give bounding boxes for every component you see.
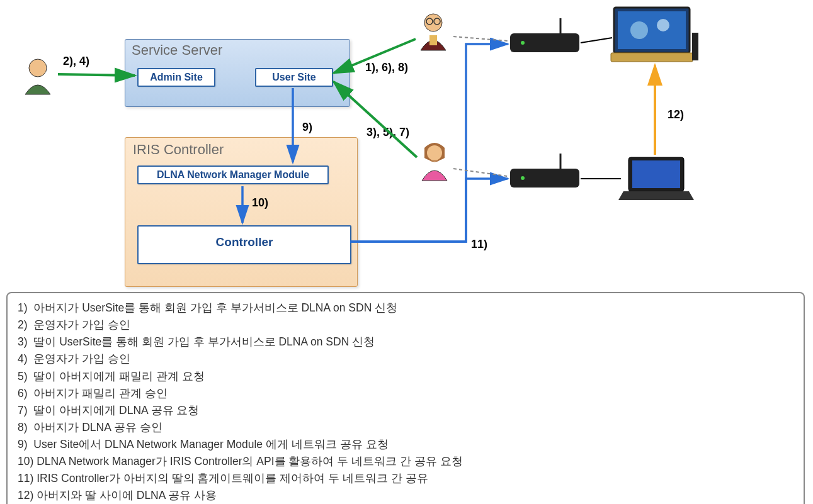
iris-controller-title: IRIS Controller [125, 138, 357, 158]
legend-line: 6) 아버지가 패밀리 관계 승인 [18, 385, 793, 402]
legend-line: 10) DLNA Network Manager가 IRIS Controlle… [18, 453, 793, 470]
diagram-canvas: Service Server Admin Site User Site IRIS… [0, 0, 813, 289]
svg-rect-10 [510, 169, 579, 188]
svg-point-2 [426, 18, 433, 25]
svg-point-16 [657, 19, 669, 31]
edge-label-11: 11) [471, 238, 487, 251]
edge-label-12: 12) [668, 108, 684, 121]
legend-line: 9) User Site에서 DLNA Network Manager Modu… [18, 436, 793, 453]
svg-point-6 [427, 145, 442, 160]
legend-line: 2) 운영자가 가입 승인 [18, 316, 793, 333]
person-icon [25, 59, 50, 94]
iris-controller-box: IRIS Controller [125, 137, 358, 287]
legend-line: 8) 아버지가 DLNA 공유 승인 [18, 419, 793, 436]
svg-rect-20 [632, 160, 680, 188]
svg-point-5 [426, 144, 443, 162]
svg-point-3 [434, 18, 440, 25]
svg-rect-17 [611, 53, 693, 62]
svg-rect-13 [614, 8, 690, 53]
admin-site-box: Admin Site [137, 68, 215, 87]
edge-label-357: 3), 5), 7) [367, 126, 409, 139]
svg-point-9 [521, 41, 525, 45]
laptop-icon [618, 157, 694, 200]
legend-line: 4) 운영자가 가입 승인 [18, 350, 793, 367]
svg-rect-18 [692, 33, 698, 60]
svg-point-0 [29, 59, 47, 77]
svg-line-26 [453, 36, 508, 41]
svg-point-1 [424, 14, 442, 31]
person-icon [422, 143, 447, 181]
edge-label-9: 9) [302, 121, 312, 134]
router-icon [510, 154, 579, 188]
legend-box: 1) 아버지가 UserSite를 통해 회원 가입 후 부가서비스로 DLNA… [6, 292, 805, 504]
service-server-title: Service Server [125, 40, 350, 59]
legend-line: 7) 딸이 아버지에게 DLNA 공유 요청 [18, 402, 793, 419]
controller-box: Controller [137, 225, 351, 264]
router-icon [510, 18, 579, 52]
svg-point-15 [630, 21, 648, 39]
svg-line-27 [453, 169, 508, 176]
legend-line: 5) 딸이 아버지에게 패밀리 관계 요청 [18, 368, 793, 385]
person-icon [421, 14, 446, 50]
dlna-module-box: DLNA Network Manager Module [137, 165, 329, 184]
legend-line: 3) 딸이 UserSite를 통해 회원 가입 후 부가서비스로 DLNA o… [18, 333, 793, 350]
svg-line-21 [58, 74, 135, 76]
svg-rect-7 [510, 33, 579, 52]
svg-point-12 [521, 176, 525, 180]
edge-label-24: 2), 4) [63, 55, 89, 68]
legend-line: 1) 아버지가 UserSite를 통해 회원 가입 후 부가서비스로 DLNA… [18, 300, 793, 316]
tv-icon [611, 8, 698, 62]
legend-line: 11) IRIS Controller가 아버지의 딸의 홈게이트웨이를 제어하… [18, 470, 793, 487]
legend-line: 12) 아버지와 딸 사이에 DLNA 공유 사용 [18, 487, 793, 504]
svg-rect-4 [429, 35, 437, 45]
svg-line-28 [581, 38, 612, 43]
edge-label-168: 1), 6), 8) [365, 61, 408, 74]
svg-rect-14 [618, 11, 686, 49]
user-site-box: User Site [255, 68, 333, 87]
svg-rect-19 [628, 157, 684, 191]
edge-label-10: 10) [252, 196, 268, 210]
